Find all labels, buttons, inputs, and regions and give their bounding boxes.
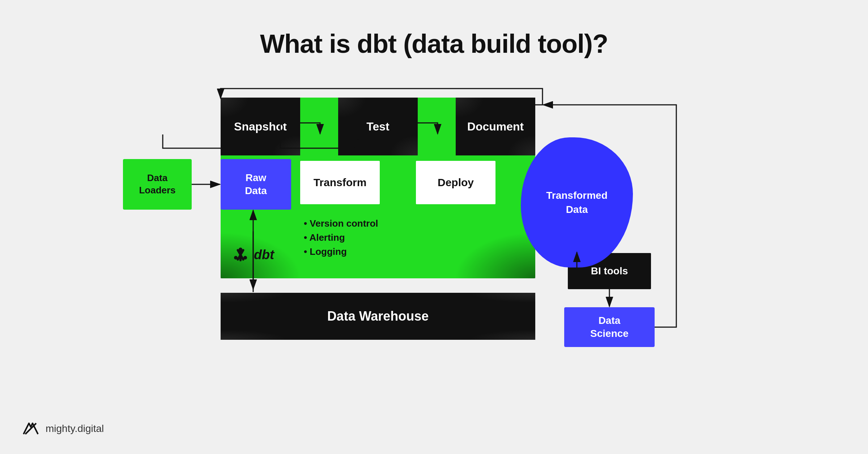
warehouse-label: Data Warehouse <box>327 309 429 324</box>
warehouse-block: Data Warehouse <box>221 293 535 340</box>
snapshot-label: Snapshot <box>234 120 287 133</box>
transformed-data-blob: TransformedData <box>521 137 633 267</box>
document-label: Document <box>467 120 524 133</box>
bullet-logging: Logging <box>304 246 378 257</box>
watermark: mighty.digital <box>22 421 104 436</box>
data-loaders-label: DataLoaders <box>139 172 175 197</box>
raw-data-box: RawData <box>221 159 291 210</box>
bullet-alerting: Alerting <box>304 232 378 243</box>
dbt-text: dbt <box>254 247 274 262</box>
mighty-logo-icon <box>22 421 40 436</box>
raw-data-label: RawData <box>245 171 267 198</box>
page-title: What is dbt (data build tool)? <box>0 0 868 80</box>
transform-block: Transform <box>300 161 380 204</box>
mighty-text: mighty.digital <box>46 423 104 434</box>
data-science-label: DataScience <box>590 314 629 340</box>
bi-tools-label: BI tools <box>591 265 628 277</box>
dbt-logo: dbt <box>231 246 274 264</box>
diagram: Snapshot Test Document Transform Deploy <box>123 76 723 358</box>
document-block: Document <box>456 98 535 155</box>
transformed-data-label: TransformedData <box>546 188 608 217</box>
deploy-label: Deploy <box>438 176 474 189</box>
bullet-version-control: Version control <box>304 218 378 229</box>
data-science-box: DataScience <box>564 307 655 347</box>
dbt-icon <box>231 246 250 264</box>
deploy-block: Deploy <box>416 161 495 204</box>
transform-label: Transform <box>314 176 367 189</box>
test-block: Test <box>338 98 418 155</box>
snapshot-block: Snapshot <box>221 98 300 155</box>
test-label: Test <box>366 120 389 133</box>
bullet-list: Version control Alerting Logging <box>304 218 378 260</box>
data-loaders-box: DataLoaders <box>123 159 192 210</box>
